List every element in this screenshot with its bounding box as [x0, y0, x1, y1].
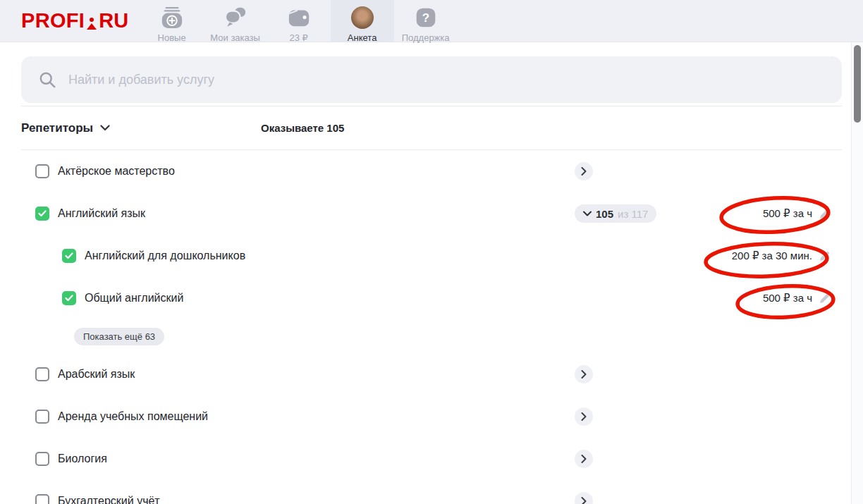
profi-ru-app-window: PROFI RU Новые — [0, 0, 863, 504]
price-value[interactable]: 500 ₽ за ч — [763, 292, 812, 305]
edit-pencil-icon[interactable] — [819, 250, 831, 262]
show-more-row: Показать ещё 63 — [21, 319, 842, 353]
chevron-right-icon — [581, 455, 587, 463]
profi-ru-logo[interactable]: PROFI RU — [21, 0, 129, 42]
stack-plus-icon — [160, 6, 184, 29]
service-label: Аренда учебных помещений — [58, 410, 208, 423]
services-list: Актёрское мастерство Английский язык — [21, 150, 842, 504]
checkmark-icon — [65, 252, 73, 259]
checkbox-checked[interactable] — [35, 207, 49, 221]
profile-avatar — [351, 6, 374, 29]
nav-label: Новые — [158, 32, 186, 43]
service-label: Биология — [58, 453, 107, 465]
checkbox-unchecked[interactable] — [35, 164, 49, 178]
chevron-right-icon — [581, 167, 587, 176]
nav-label: 23 ₽ — [289, 32, 307, 43]
nav-item-profile-anketa[interactable]: Анкета — [331, 0, 394, 42]
service-row: Биология — [21, 438, 842, 480]
nav-label: Анкета — [348, 32, 377, 43]
checkbox-checked[interactable] — [62, 249, 76, 263]
category-heading-row: Репетиторы Оказываете 105 — [21, 106, 842, 149]
nav-label: Мои заказы — [210, 32, 260, 43]
search-box[interactable] — [21, 56, 842, 103]
subservices-count-badge[interactable]: 105 из 117 — [575, 204, 656, 223]
question-icon: ? — [415, 6, 437, 29]
service-row: Аренда учебных помещений — [21, 395, 842, 438]
service-label: Актёрское мастерство — [58, 165, 175, 178]
chevron-down-icon — [100, 125, 110, 131]
service-row: Арабский язык — [21, 353, 842, 395]
expand-chevron-button[interactable] — [575, 365, 593, 383]
nav-item-my-orders[interactable]: Мои заказы — [204, 0, 267, 42]
price-value[interactable]: 500 ₽ за ч — [763, 207, 812, 220]
service-label: Арабский язык — [58, 368, 135, 381]
providing-count-label: Оказываете 105 — [261, 122, 344, 134]
edit-pencil-icon[interactable] — [819, 208, 831, 220]
checkbox-checked[interactable] — [62, 291, 76, 305]
scrollbar-thumb[interactable] — [854, 45, 861, 123]
subservice-row: Английский для дошкольников 200 ₽ за 30 … — [21, 235, 842, 277]
category-title: Репетиторы — [21, 121, 93, 135]
checkmark-icon — [65, 295, 73, 302]
service-row: Бухгалтерский учёт — [21, 480, 842, 504]
price-value[interactable]: 200 ₽ за 30 мин. — [732, 250, 812, 262]
nav-item-balance[interactable]: 23 ₽ — [267, 0, 331, 42]
subservice-row: Общий английский 500 ₽ за ч — [21, 277, 842, 319]
search-icon — [38, 70, 57, 90]
chat-bubbles-icon — [224, 6, 247, 29]
checkbox-unchecked[interactable] — [35, 367, 49, 381]
expand-chevron-button[interactable] — [575, 450, 593, 468]
service-label: Общий английский — [85, 292, 183, 305]
nav-item-support[interactable]: ? Поддержка — [394, 0, 458, 42]
service-row: Актёрское мастерство — [21, 150, 842, 192]
edit-pencil-icon[interactable] — [819, 293, 831, 305]
category-dropdown[interactable]: Репетиторы — [21, 121, 110, 135]
chevron-right-icon — [581, 370, 587, 379]
wallet-icon — [287, 6, 311, 29]
main-nav: Новые Мои заказы — [140, 0, 458, 42]
show-more-button[interactable]: Показать ещё 63 — [74, 328, 164, 345]
service-label: Бухгалтерский учёт — [58, 495, 160, 504]
search-section — [21, 56, 842, 106]
search-input[interactable] — [68, 73, 825, 87]
badge-total: из 117 — [618, 208, 648, 220]
service-label: Английский язык — [58, 207, 145, 220]
checkbox-unchecked[interactable] — [35, 452, 49, 466]
chevron-right-icon — [581, 497, 587, 504]
logo-text-right: RU — [99, 9, 129, 32]
checkbox-unchecked[interactable] — [35, 494, 49, 504]
chevron-down-icon — [583, 211, 592, 216]
checkbox-unchecked[interactable] — [35, 410, 49, 424]
expand-chevron-button[interactable] — [575, 492, 593, 504]
top-navigation-bar: PROFI RU Новые — [0, 0, 863, 42]
chevron-right-icon — [581, 412, 587, 421]
service-label: Английский для дошкольников — [85, 250, 245, 262]
nav-item-new-orders[interactable]: Новые — [140, 0, 204, 42]
nav-label: Поддержка — [402, 32, 450, 43]
service-row: Английский язык 105 из 117 500 ₽ за ч — [21, 192, 842, 235]
scrollbar-track[interactable] — [851, 42, 863, 504]
expand-chevron-button[interactable] — [575, 407, 593, 426]
badge-count: 105 — [596, 208, 613, 220]
logo-person-icon — [87, 18, 97, 30]
svg-text:?: ? — [422, 11, 429, 25]
checkmark-icon — [38, 210, 47, 217]
logo-text-left: PROFI — [21, 9, 85, 32]
expand-chevron-button[interactable] — [575, 162, 593, 180]
